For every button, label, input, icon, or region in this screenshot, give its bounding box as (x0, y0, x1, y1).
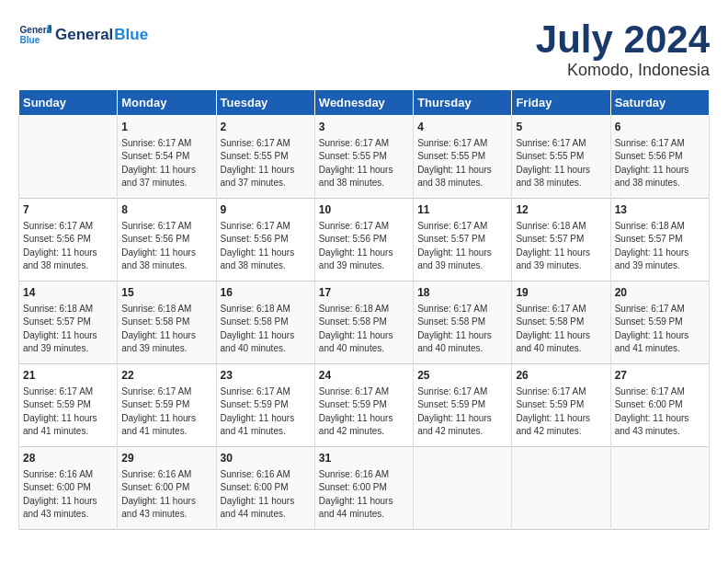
calendar-cell: 31Sunrise: 6:16 AM Sunset: 6:00 PM Dayli… (314, 447, 413, 530)
logo-general: General (55, 26, 113, 44)
day-info: Sunrise: 6:18 AM Sunset: 5:57 PM Dayligh… (615, 220, 705, 273)
calendar-cell: 13Sunrise: 6:18 AM Sunset: 5:57 PM Dayli… (610, 199, 709, 282)
day-info: Sunrise: 6:17 AM Sunset: 5:59 PM Dayligh… (221, 385, 311, 439)
calendar-cell: 19Sunrise: 6:17 AM Sunset: 5:58 PM Dayli… (512, 282, 610, 364)
month-title: July 2024 (536, 18, 710, 61)
calendar-cell: 28Sunrise: 6:16 AM Sunset: 6:00 PM Dayli… (19, 447, 118, 530)
day-number: 17 (319, 285, 409, 301)
day-number: 20 (615, 285, 705, 301)
day-info: Sunrise: 6:17 AM Sunset: 5:59 PM Dayligh… (417, 385, 507, 439)
calendar-cell: 17Sunrise: 6:18 AM Sunset: 5:58 PM Dayli… (314, 282, 413, 364)
day-number: 3 (319, 120, 409, 135)
day-number: 19 (516, 285, 606, 301)
weekday-header: Sunday (19, 90, 118, 116)
logo-icon: General Blue (18, 18, 51, 52)
calendar-cell: 11Sunrise: 6:17 AM Sunset: 5:57 PM Dayli… (414, 199, 512, 282)
week-row: 1Sunrise: 6:17 AM Sunset: 5:54 PM Daylig… (19, 116, 710, 199)
weekday-header: Tuesday (216, 90, 314, 116)
day-number: 18 (417, 285, 507, 301)
day-number: 1 (121, 120, 211, 135)
day-number: 27 (615, 368, 705, 384)
day-info: Sunrise: 6:18 AM Sunset: 5:58 PM Dayligh… (121, 303, 211, 356)
calendar-cell (19, 116, 118, 199)
day-info: Sunrise: 6:17 AM Sunset: 5:59 PM Dayligh… (516, 385, 606, 439)
day-info: Sunrise: 6:18 AM Sunset: 5:58 PM Dayligh… (221, 303, 311, 356)
day-number: 4 (417, 120, 507, 135)
day-info: Sunrise: 6:17 AM Sunset: 5:56 PM Dayligh… (221, 220, 311, 273)
calendar-cell: 5Sunrise: 6:17 AM Sunset: 5:55 PM Daylig… (512, 116, 610, 199)
weekday-header: Saturday (610, 90, 709, 116)
calendar-cell: 6Sunrise: 6:17 AM Sunset: 5:56 PM Daylig… (610, 116, 709, 199)
day-info: Sunrise: 6:18 AM Sunset: 5:57 PM Dayligh… (516, 220, 606, 273)
day-info: Sunrise: 6:17 AM Sunset: 5:59 PM Dayligh… (319, 385, 409, 439)
day-info: Sunrise: 6:17 AM Sunset: 5:59 PM Dayligh… (23, 385, 113, 439)
day-info: Sunrise: 6:17 AM Sunset: 5:55 PM Dayligh… (516, 137, 606, 190)
weekday-header: Thursday (414, 90, 512, 116)
day-info: Sunrise: 6:18 AM Sunset: 5:57 PM Dayligh… (23, 303, 113, 356)
day-info: Sunrise: 6:16 AM Sunset: 6:00 PM Dayligh… (23, 468, 113, 522)
calendar-cell: 8Sunrise: 6:17 AM Sunset: 5:56 PM Daylig… (118, 199, 216, 282)
day-info: Sunrise: 6:17 AM Sunset: 5:54 PM Dayligh… (121, 137, 211, 190)
calendar-cell (610, 447, 709, 530)
day-number: 28 (23, 451, 113, 466)
day-info: Sunrise: 6:17 AM Sunset: 5:56 PM Dayligh… (121, 220, 211, 273)
day-number: 31 (319, 451, 409, 466)
day-number: 25 (417, 368, 507, 384)
day-info: Sunrise: 6:17 AM Sunset: 5:57 PM Dayligh… (417, 220, 507, 273)
day-number: 22 (121, 368, 211, 384)
calendar-cell: 7Sunrise: 6:17 AM Sunset: 5:56 PM Daylig… (19, 199, 118, 282)
day-info: Sunrise: 6:17 AM Sunset: 5:55 PM Dayligh… (221, 137, 311, 190)
calendar-cell: 29Sunrise: 6:16 AM Sunset: 6:00 PM Dayli… (118, 447, 216, 530)
svg-text:Blue: Blue (19, 35, 40, 45)
calendar-cell: 24Sunrise: 6:17 AM Sunset: 5:59 PM Dayli… (314, 364, 413, 447)
day-number: 16 (221, 285, 311, 301)
calendar-cell: 30Sunrise: 6:16 AM Sunset: 6:00 PM Dayli… (216, 447, 314, 530)
day-number: 15 (121, 285, 211, 301)
day-info: Sunrise: 6:17 AM Sunset: 5:59 PM Dayligh… (121, 385, 211, 439)
calendar-cell: 1Sunrise: 6:17 AM Sunset: 5:54 PM Daylig… (118, 116, 216, 199)
calendar-cell: 4Sunrise: 6:17 AM Sunset: 5:55 PM Daylig… (414, 116, 512, 199)
day-number: 23 (221, 368, 311, 384)
week-row: 21Sunrise: 6:17 AM Sunset: 5:59 PM Dayli… (19, 364, 710, 447)
day-info: Sunrise: 6:17 AM Sunset: 5:56 PM Dayligh… (615, 137, 705, 190)
day-info: Sunrise: 6:17 AM Sunset: 5:58 PM Dayligh… (417, 303, 507, 356)
calendar-cell: 10Sunrise: 6:17 AM Sunset: 5:56 PM Dayli… (314, 199, 413, 282)
day-number: 24 (319, 368, 409, 384)
day-number: 11 (417, 202, 507, 218)
day-info: Sunrise: 6:17 AM Sunset: 5:56 PM Dayligh… (319, 220, 409, 273)
calendar-cell (512, 447, 610, 530)
calendar-cell: 21Sunrise: 6:17 AM Sunset: 5:59 PM Dayli… (19, 364, 118, 447)
calendar-table: SundayMondayTuesdayWednesdayThursdayFrid… (18, 89, 710, 530)
day-info: Sunrise: 6:16 AM Sunset: 6:00 PM Dayligh… (121, 468, 211, 522)
day-info: Sunrise: 6:17 AM Sunset: 6:00 PM Dayligh… (615, 385, 705, 439)
week-row: 28Sunrise: 6:16 AM Sunset: 6:00 PM Dayli… (19, 447, 710, 530)
calendar-cell: 3Sunrise: 6:17 AM Sunset: 5:55 PM Daylig… (314, 116, 413, 199)
week-row: 7Sunrise: 6:17 AM Sunset: 5:56 PM Daylig… (19, 199, 710, 282)
calendar-cell: 25Sunrise: 6:17 AM Sunset: 5:59 PM Dayli… (414, 364, 512, 447)
page-header: General Blue General Blue July 2024 Komo… (18, 18, 710, 80)
day-number: 5 (516, 120, 606, 135)
day-number: 29 (121, 451, 211, 466)
calendar-cell: 16Sunrise: 6:18 AM Sunset: 5:58 PM Dayli… (216, 282, 314, 364)
day-info: Sunrise: 6:16 AM Sunset: 6:00 PM Dayligh… (319, 468, 409, 522)
calendar-cell: 26Sunrise: 6:17 AM Sunset: 5:59 PM Dayli… (512, 364, 610, 447)
day-number: 9 (221, 202, 311, 218)
title-block: July 2024 Komodo, Indonesia (536, 18, 710, 80)
calendar-cell (414, 447, 512, 530)
day-info: Sunrise: 6:17 AM Sunset: 5:56 PM Dayligh… (23, 220, 113, 273)
day-info: Sunrise: 6:16 AM Sunset: 6:00 PM Dayligh… (221, 468, 311, 522)
day-number: 8 (121, 202, 211, 218)
day-number: 12 (516, 202, 606, 218)
weekday-header: Wednesday (314, 90, 413, 116)
calendar-cell: 18Sunrise: 6:17 AM Sunset: 5:58 PM Dayli… (414, 282, 512, 364)
day-info: Sunrise: 6:18 AM Sunset: 5:58 PM Dayligh… (319, 303, 409, 356)
logo: General Blue General Blue (18, 18, 148, 52)
day-number: 10 (319, 202, 409, 218)
calendar-cell: 27Sunrise: 6:17 AM Sunset: 6:00 PM Dayli… (610, 364, 709, 447)
day-number: 2 (221, 120, 311, 135)
day-info: Sunrise: 6:17 AM Sunset: 5:59 PM Dayligh… (615, 303, 705, 356)
day-number: 7 (23, 202, 113, 218)
logo-blue: Blue (114, 26, 148, 44)
day-number: 6 (615, 120, 705, 135)
day-number: 30 (221, 451, 311, 466)
